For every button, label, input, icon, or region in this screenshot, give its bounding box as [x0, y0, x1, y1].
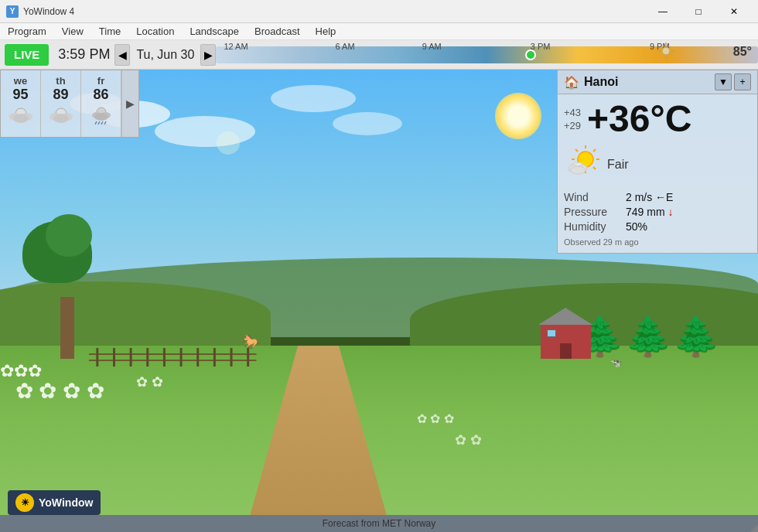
dirt-path — [250, 346, 386, 515]
tree-canopy-main — [22, 221, 92, 283]
titlebar: Y YoWindow 4 — □ ✕ — [0, 0, 758, 23]
forecast-day-fri: fr 86 — [81, 70, 121, 137]
pressure-arrow: ↓ — [668, 206, 674, 218]
humidity-row: Humidity 50% — [564, 220, 751, 233]
barn-door — [560, 343, 572, 359]
current-date: Tu, Jun 30 — [130, 48, 200, 62]
pressure-label: Pressure — [564, 206, 626, 218]
footer-text: Forecast from MET Norway — [323, 518, 435, 529]
add-location-button[interactable]: + — [734, 73, 751, 90]
forecast-icon-thu — [44, 106, 77, 129]
observed-text: Observed 29 m ago — [564, 237, 751, 247]
flowers-mid: ✿ ✿ ✿ — [417, 411, 454, 426]
app-title: YoWindow 4 — [23, 6, 74, 17]
menubar: Program View Time Location Landscape Bro… — [0, 23, 758, 40]
forecast-day-wed: we 95 — [1, 70, 41, 137]
prev-time-button[interactable]: ◀ — [114, 44, 130, 66]
svg-line-38 — [575, 149, 578, 152]
live-button[interactable]: LIVE — [5, 44, 49, 66]
high-temperature: 85° — [733, 45, 752, 59]
svg-line-31 — [101, 121, 103, 124]
maximize-button[interactable]: □ — [681, 0, 716, 23]
tree-trunk — [60, 297, 74, 359]
footer: Forecast from MET Norway — [0, 515, 758, 532]
feels-like-high: +43 — [564, 107, 581, 118]
resize-handle[interactable] — [746, 520, 758, 532]
timebar: LIVE 3:59 PM ◀ Tu, Jun 30 ▶ 12 AM 6 AM 9… — [0, 40, 758, 70]
barn-roof — [538, 308, 592, 325]
pine-trees-right: 🌲🌲🌲 — [576, 314, 720, 359]
humidity-label: Humidity — [564, 220, 626, 233]
svg-point-24 — [53, 114, 69, 123]
svg-line-30 — [98, 121, 100, 124]
menu-program[interactable]: Program — [0, 23, 54, 40]
flowers-right-mid: ✿ ✿ — [455, 431, 482, 448]
hill-left — [0, 281, 271, 359]
dropdown-button[interactable]: ▼ — [715, 73, 732, 90]
widget-body: +43 +29 +36°C — [558, 94, 757, 253]
svg-line-40 — [593, 149, 596, 152]
close-button[interactable]: ✕ — [716, 0, 752, 23]
minimize-button[interactable]: — — [645, 0, 681, 23]
flowers-mid-left: ✿ ✿ — [136, 373, 163, 390]
forecast-day-thu: th 89 — [41, 70, 81, 137]
cloud-5 — [333, 112, 402, 135]
widget-header: 🏠 Hanoi ▼ + — [558, 70, 757, 94]
timeline-background — [216, 46, 758, 63]
timeline-label-6am: 6 AM — [336, 42, 355, 51]
menu-time[interactable]: Time — [91, 23, 128, 40]
svg-line-29 — [95, 121, 97, 124]
logo-icon: ☀ — [15, 493, 34, 512]
timeline: 12 AM 6 AM 9 AM 3 PM 9 PM 85° — [216, 40, 758, 70]
sun — [495, 93, 541, 139]
forecast-icon-wed — [4, 106, 37, 129]
titlebar-controls: — □ ✕ — [645, 0, 752, 23]
cloud-4 — [271, 85, 356, 112]
weather-widget: 🏠 Hanoi ▼ + +43 +29 +36°C — [557, 70, 758, 254]
wind-label: Wind — [564, 191, 626, 203]
feels-like-low: +29 — [564, 120, 581, 131]
wind-row: Wind 2 m/s ←E — [564, 191, 751, 203]
flowers-far-left: ✿✿✿ — [0, 361, 42, 381]
forecast-icon-fri — [84, 106, 118, 129]
ground — [0, 346, 758, 515]
menu-broadcast[interactable]: Broadcast — [247, 23, 308, 40]
logo-text: YoWindow — [39, 496, 93, 509]
menu-help[interactable]: Help — [308, 23, 344, 40]
sun-icon — [657, 43, 674, 63]
feels-like: +43 +29 — [564, 107, 581, 131]
condition-row: Fair — [564, 142, 751, 186]
barn-window — [547, 329, 556, 337]
titlebar-left: Y YoWindow 4 — [6, 5, 74, 18]
pressure-value: 749 mm — [626, 206, 665, 218]
forecast-day-name-thu: th — [44, 75, 77, 87]
home-icon: 🏠 — [564, 75, 579, 90]
forecast-temp-wed: 95 — [4, 87, 37, 103]
menu-landscape[interactable]: Landscape — [182, 23, 247, 40]
menu-location[interactable]: Location — [128, 23, 182, 40]
main-temperature: +36°C — [587, 101, 691, 138]
forecast-day-name-wed: we — [4, 75, 37, 87]
forecast-temp-thu: 89 — [44, 87, 77, 103]
forecast-nav-button[interactable]: ▶ — [121, 70, 138, 137]
city-name: Hanoi — [584, 75, 712, 89]
next-time-button[interactable]: ▶ — [200, 44, 216, 66]
condition-text: Fair — [607, 158, 629, 172]
forecast-temp-fri: 86 — [84, 87, 118, 103]
forecast-panel: we 95 th 89 fr 86 — [0, 70, 139, 138]
fence-svg — [89, 348, 256, 367]
logo-icon-text: ☀ — [21, 497, 29, 508]
svg-point-45 — [570, 166, 586, 174]
svg-line-39 — [593, 167, 596, 169]
current-time: 3:59 PM — [53, 46, 114, 63]
wind-value: 2 m/s ←E — [626, 191, 673, 203]
menu-view[interactable]: View — [54, 23, 91, 40]
horse: 🐎 — [243, 333, 260, 350]
humidity-value: 50% — [626, 220, 647, 233]
flowers-left: ✿ ✿ ✿ ✿ — [15, 378, 104, 404]
cattle: 🐄 — [610, 357, 622, 368]
moon — [217, 131, 240, 155]
timeline-position-marker[interactable] — [525, 49, 536, 60]
tree-canopy-top — [46, 214, 92, 257]
app-icon: Y — [6, 5, 19, 18]
